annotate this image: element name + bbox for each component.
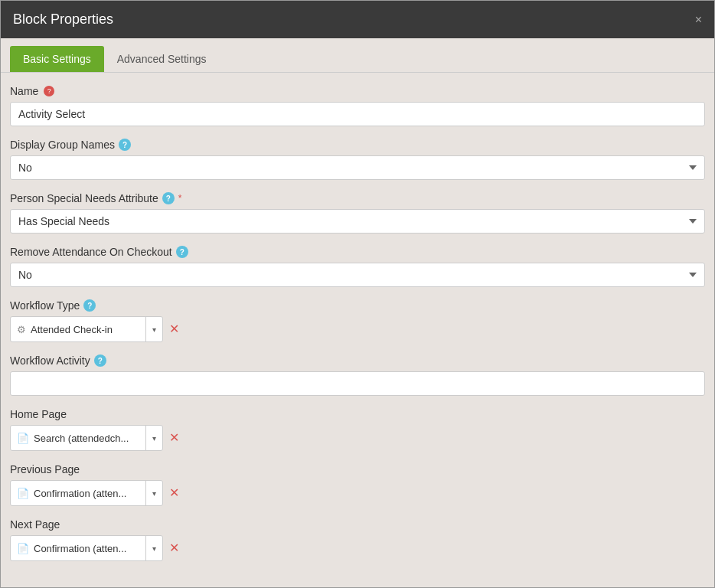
- workflow-type-help-icon[interactable]: ?: [83, 299, 96, 312]
- previous-page-dropdown-arrow[interactable]: ▾: [145, 481, 162, 505]
- next-page-dropdown[interactable]: 📄 Confirmation (atten... ▾: [10, 535, 163, 561]
- display-group-names-field-group: Display Group Names ? No Yes: [10, 139, 705, 180]
- workflow-type-dropdown-arrow[interactable]: ▾: [145, 317, 162, 341]
- remove-attendance-select[interactable]: No Yes: [10, 263, 705, 287]
- previous-page-field-group: Previous Page 📄 Confirmation (atten... ▾…: [10, 463, 705, 506]
- name-required-star: ?: [44, 86, 54, 96]
- person-special-needs-required-star: *: [178, 193, 182, 204]
- workflow-gear-icon: ⚙: [17, 324, 26, 335]
- display-group-names-help-icon[interactable]: ?: [119, 139, 131, 151]
- previous-page-label: Previous Page: [10, 463, 705, 475]
- next-page-label: Next Page: [10, 518, 705, 531]
- person-special-needs-select[interactable]: Has Special Needs: [10, 209, 705, 234]
- person-special-needs-field-group: Person Special Needs Attribute ? * Has S…: [10, 192, 705, 234]
- modal-body: Name ? Display Group Names ? No Yes Pers…: [1, 73, 714, 586]
- next-page-clear-button[interactable]: ✕: [168, 542, 181, 554]
- next-page-field-group: Next Page 📄 Confirmation (atten... ▾ ✕: [10, 518, 705, 561]
- block-properties-modal: Block Properties × Basic Settings Advanc…: [0, 0, 715, 588]
- next-page-selector: 📄 Confirmation (atten... ▾ ✕: [10, 535, 705, 561]
- name-field-group: Name ?: [10, 85, 705, 126]
- next-page-value: Confirmation (atten...: [34, 543, 126, 554]
- remove-attendance-help-icon[interactable]: ?: [176, 246, 188, 258]
- person-special-needs-label: Person Special Needs Attribute ? *: [10, 192, 705, 204]
- name-input[interactable]: [10, 102, 705, 126]
- display-group-names-label: Display Group Names ?: [10, 139, 705, 151]
- modal-title: Block Properties: [13, 11, 113, 28]
- remove-attendance-field-group: Remove Attendance On Checkout ? No Yes: [10, 246, 705, 287]
- tabs-container: Basic Settings Advanced Settings: [1, 38, 714, 73]
- workflow-type-value: Attended Check-in: [31, 324, 113, 335]
- workflow-activity-input[interactable]: [10, 371, 705, 396]
- tab-advanced-settings[interactable]: Advanced Settings: [104, 46, 220, 72]
- workflow-type-field-group: Workflow Type ? ⚙ Attended Check-in ▾ ✕: [10, 299, 705, 342]
- name-label: Name ?: [10, 85, 705, 97]
- remove-attendance-label: Remove Attendance On Checkout ?: [10, 246, 705, 258]
- home-page-clear-button[interactable]: ✕: [168, 432, 181, 444]
- previous-page-icon: 📄: [17, 488, 29, 499]
- display-group-names-select[interactable]: No Yes: [10, 155, 705, 180]
- home-page-dropdown-arrow[interactable]: ▾: [145, 426, 162, 450]
- workflow-type-label: Workflow Type ?: [10, 299, 705, 312]
- next-page-arrow-icon: ▾: [152, 544, 156, 553]
- workflow-type-selector: ⚙ Attended Check-in ▾ ✕: [10, 316, 705, 342]
- workflow-activity-help-icon[interactable]: ?: [94, 354, 106, 367]
- modal-header: Block Properties ×: [1, 1, 714, 38]
- home-page-label: Home Page: [10, 408, 705, 420]
- home-page-selector: 📄 Search (attendedch... ▾ ✕: [10, 425, 705, 451]
- home-page-value: Search (attendedch...: [34, 433, 129, 444]
- workflow-activity-field-group: Workflow Activity ?: [10, 354, 705, 396]
- home-page-field-group: Home Page 📄 Search (attendedch... ▾ ✕: [10, 408, 705, 451]
- person-special-needs-help-icon[interactable]: ?: [162, 192, 175, 204]
- workflow-type-clear-button[interactable]: ✕: [168, 323, 181, 335]
- previous-page-value: Confirmation (atten...: [34, 488, 126, 499]
- workflow-activity-label: Workflow Activity ?: [10, 354, 705, 367]
- previous-page-selector: 📄 Confirmation (atten... ▾ ✕: [10, 480, 705, 506]
- previous-page-dropdown[interactable]: 📄 Confirmation (atten... ▾: [10, 480, 163, 506]
- next-page-icon: 📄: [17, 543, 29, 554]
- tab-basic-settings[interactable]: Basic Settings: [10, 46, 104, 72]
- workflow-type-dropdown[interactable]: ⚙ Attended Check-in ▾: [10, 316, 163, 342]
- next-page-dropdown-arrow[interactable]: ▾: [145, 536, 162, 560]
- home-page-dropdown[interactable]: 📄 Search (attendedch... ▾: [10, 425, 163, 451]
- previous-page-clear-button[interactable]: ✕: [168, 487, 181, 499]
- home-page-icon: 📄: [17, 433, 29, 444]
- previous-page-arrow-icon: ▾: [152, 489, 156, 498]
- dropdown-arrow-icon: ▾: [152, 325, 156, 334]
- home-page-arrow-icon: ▾: [152, 434, 156, 443]
- modal-close-button[interactable]: ×: [695, 14, 702, 26]
